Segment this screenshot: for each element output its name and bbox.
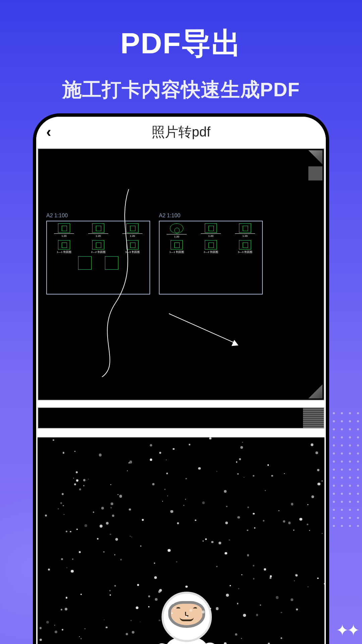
scale-label: 1:20: [96, 234, 101, 237]
star-icon: [66, 531, 67, 532]
star-icon: [140, 622, 140, 622]
star-icon: [62, 493, 64, 495]
star-icon: [79, 488, 81, 490]
star-icon: [74, 483, 76, 485]
star-icon: [225, 552, 227, 555]
star-icon: [170, 510, 173, 513]
scale-label: 1:20: [242, 234, 248, 237]
star-icon: [186, 629, 187, 630]
thumbnail-bar[interactable]: [38, 407, 324, 429]
star-icon: [183, 505, 184, 506]
cad-sheet-left: 1:20 1:20 1:20 1—1 剖面图 2—2 剖面图 3—3 剖面图: [46, 221, 150, 294]
star-icon: [237, 603, 238, 604]
star-icon: [202, 501, 205, 504]
star-icon: [235, 633, 238, 636]
star-icon: [253, 475, 255, 477]
panel-handle[interactable]: [308, 166, 322, 180]
star-icon: [103, 551, 105, 553]
star-icon: [253, 513, 255, 515]
star-icon: [185, 586, 188, 588]
section-label: 1—1 剖面图: [57, 250, 71, 254]
star-icon: [152, 483, 155, 485]
star-icon: [322, 533, 323, 534]
star-icon: [99, 453, 102, 457]
sheet-label-left: A2 1:100: [46, 213, 68, 219]
star-icon: [71, 570, 74, 573]
cad-detail-icon: [105, 256, 118, 270]
star-icon: [101, 507, 104, 509]
star-icon: [131, 537, 132, 537]
star-icon: [129, 508, 131, 511]
star-icon: [242, 442, 243, 443]
star-icon: [189, 609, 192, 612]
resize-handle-icon[interactable]: [308, 384, 322, 398]
star-icon: [296, 575, 298, 577]
star-icon: [265, 490, 266, 491]
star-icon: [70, 531, 71, 532]
star-icon: [45, 515, 47, 517]
star-icon: [119, 495, 122, 497]
star-icon: [247, 554, 249, 556]
star-icon: [225, 522, 228, 524]
scale-label: 1:20: [130, 234, 135, 237]
star-icon: [321, 480, 323, 482]
star-icon: [283, 520, 285, 523]
star-icon: [241, 638, 242, 639]
scale-label: 1:20: [174, 235, 179, 238]
star-icon: [84, 628, 85, 629]
star-icon: [210, 608, 211, 609]
app-bar: ‹ 照片转pdf: [36, 117, 326, 147]
star-icon: [219, 542, 221, 544]
star-icon: [84, 524, 87, 527]
star-icon: [176, 561, 177, 562]
star-icon: [154, 576, 157, 579]
star-icon: [62, 629, 63, 631]
star-icon: [247, 506, 249, 508]
star-icon: [111, 502, 113, 505]
star-icon: [148, 595, 150, 597]
star-icon: [150, 459, 152, 461]
star-icon: [253, 565, 254, 567]
section-label: 1—1 剖面图: [169, 250, 184, 254]
star-icon: [229, 539, 230, 541]
star-icon: [211, 541, 213, 543]
phone-content: A2 1:100 A2 1:100 1:20 1:20 1:20 1—1 剖面图…: [36, 147, 326, 644]
star-icon: [167, 495, 168, 496]
star-icon: [237, 516, 240, 519]
section-label: 3—3 剖面图: [125, 250, 139, 254]
star-icon: [254, 527, 255, 529]
star-icon: [80, 594, 82, 595]
star-icon: [158, 590, 161, 593]
starfield-preview-card[interactable]: [38, 437, 324, 644]
star-icon: [195, 520, 196, 521]
star-icon: [288, 522, 291, 524]
star-icon: [48, 569, 50, 571]
star-icon: [172, 634, 175, 637]
star-icon: [40, 639, 42, 641]
star-icon: [83, 485, 85, 487]
cad-detail-icon: [78, 256, 92, 270]
star-icon: [166, 473, 168, 474]
star-icon: [136, 606, 138, 609]
star-icon: [106, 522, 109, 525]
grip-handle-icon[interactable]: [303, 408, 324, 428]
resize-handle-icon[interactable]: [308, 150, 322, 164]
star-icon: [72, 558, 74, 560]
star-icon: [293, 530, 294, 531]
star-icon: [296, 608, 298, 610]
star-icon: [155, 598, 158, 601]
back-button[interactable]: ‹: [46, 123, 51, 140]
star-icon: [126, 633, 128, 635]
star-icon: [230, 585, 231, 586]
star-icon: [148, 606, 149, 607]
star-icon: [307, 524, 308, 525]
star-icon: [66, 567, 67, 568]
cad-preview-card[interactable]: A2 1:100 A2 1:100 1:20 1:20 1:20 1—1 剖面图…: [38, 148, 324, 400]
star-icon: [185, 478, 187, 480]
app-bar-title: 照片转pdf: [152, 123, 210, 141]
phone-frame: ‹ 照片转pdf A2 1:100 A2 1:100 1:20 1:20 1:2…: [33, 113, 329, 644]
star-icon: [170, 634, 172, 636]
star-icon: [104, 620, 105, 620]
star-icon: [209, 437, 211, 439]
star-icon: [299, 518, 302, 521]
